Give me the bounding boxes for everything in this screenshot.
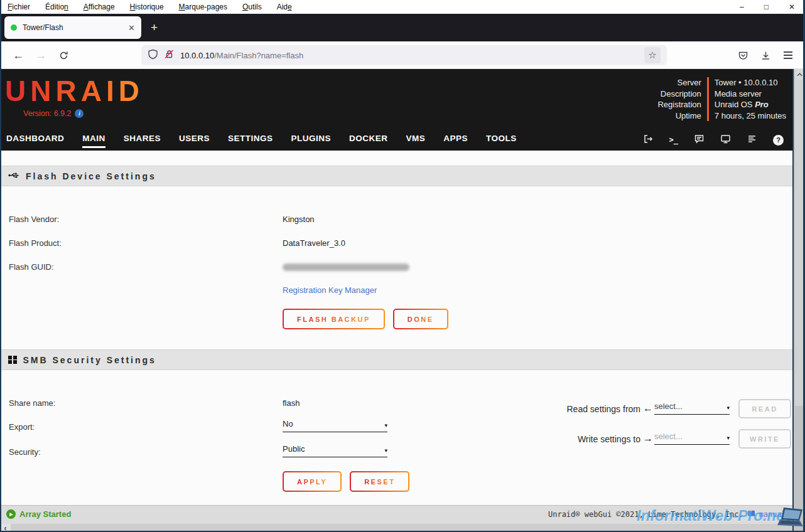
chevron-down-icon: ▾ — [727, 435, 730, 441]
forward-icon[interactable]: → — [31, 41, 50, 69]
array-status: ▶ Array Started — [6, 509, 71, 519]
browser-window: Fichier Édition Affichage Historique Mar… — [0, 0, 805, 532]
version-text: Version: 6.9.2 i — [23, 109, 84, 118]
tab-close-icon[interactable]: ✕ — [128, 23, 135, 33]
server-info-value: 7 hours, 25 minutes — [715, 110, 786, 122]
maximize-button[interactable]: □ — [764, 3, 769, 11]
server-info-value: Tower • 10.0.0.10 — [715, 77, 786, 88]
chevron-down-icon: ▾ — [727, 405, 730, 411]
server-info-label: Registration — [657, 99, 701, 110]
pocket-icon[interactable] — [733, 41, 752, 69]
nav-shares[interactable]: SHARES — [124, 134, 161, 148]
unraid-logo[interactable]: UNRAID — [5, 74, 144, 108]
write-settings-label: Write settings to — [515, 434, 640, 444]
flash-product-label: Flash Product: — [9, 238, 62, 248]
server-info: Server Description Registration Uptime T… — [657, 77, 786, 121]
security-label: Security: — [9, 447, 41, 457]
server-info-label: Description — [657, 88, 701, 100]
flash-section-header: Flash Device Settings — [0, 166, 792, 186]
menu-marque-pages[interactable]: Marque-pages — [179, 3, 227, 11]
help-icon[interactable]: ? — [773, 135, 784, 146]
flash-guid-label: Flash GUID: — [9, 262, 54, 272]
menu-historique[interactable]: Historique — [130, 3, 164, 11]
vertical-scrollbar[interactable] — [792, 69, 803, 532]
security-select[interactable]: Public ▾ — [283, 444, 387, 457]
download-icon[interactable] — [756, 41, 775, 69]
server-info-value: Unraid OS Pro — [715, 99, 786, 110]
main-nav: DASHBOARD MAIN SHARES USERS SETTINGS PLU… — [6, 134, 517, 148]
shield-icon[interactable] — [148, 49, 158, 62]
window-controls: – □ ✕ — [740, 0, 795, 14]
read-button[interactable]: READ — [738, 399, 791, 418]
menu-affichage[interactable]: Affichage — [84, 3, 115, 11]
play-circle-icon: ▶ — [6, 509, 16, 519]
navigation-toolbar: ← → 10.0.0.10/Main/Flash?name=flash ☆ — [0, 41, 805, 69]
back-icon[interactable]: ← — [9, 41, 28, 69]
read-settings-select[interactable]: select... ▾ — [654, 402, 730, 415]
flash-guid-redacted-value — [283, 263, 409, 271]
export-select[interactable]: No ▾ — [283, 419, 387, 432]
flash-buttons: FLASH BACKUP DONE — [283, 309, 448, 329]
nav-plugins[interactable]: PLUGINS — [291, 134, 332, 148]
flash-product-value: DataTraveler_3.0 — [283, 238, 345, 248]
server-info-value: Media server — [715, 88, 786, 100]
registration-key-manager-link[interactable]: Registration Key Manager — [283, 285, 377, 295]
flash-backup-button[interactable]: FLASH BACKUP — [283, 309, 385, 329]
page-content: Flash Device Settings Flash Vendor: King… — [0, 151, 792, 505]
site-favicon — [11, 24, 17, 31]
log-icon[interactable] — [747, 134, 757, 147]
nav-vms[interactable]: VMS — [406, 134, 426, 148]
menu-outils[interactable]: Outils — [242, 3, 262, 11]
window-border-left — [0, 0, 1, 532]
done-button[interactable]: DONE — [393, 309, 448, 329]
usb-icon — [8, 169, 19, 183]
menu-edition[interactable]: Édition — [45, 3, 68, 11]
unraid-header: UNRAID Version: 6.9.2 i Server Descripti… — [0, 69, 792, 151]
section-title: SMB Security Settings — [23, 355, 156, 365]
write-button[interactable]: WRITE — [738, 429, 791, 449]
windows-icon — [8, 356, 17, 364]
hamburger-menu-icon[interactable] — [779, 41, 797, 69]
apply-button[interactable]: APPLY — [283, 471, 342, 492]
reset-button[interactable]: RESET — [350, 471, 409, 492]
nav-tools[interactable]: TOOLS — [486, 134, 517, 148]
minimize-button[interactable]: – — [740, 3, 744, 11]
export-label: Export: — [9, 422, 35, 432]
tab-tower-flash[interactable]: Tower/Flash ✕ — [4, 16, 141, 39]
info-icon[interactable]: i — [75, 109, 84, 118]
insecure-lock-icon[interactable] — [164, 49, 175, 62]
menu-aide[interactable]: Aide — [277, 3, 292, 11]
nav-apps[interactable]: APPS — [443, 134, 468, 148]
write-settings-select[interactable]: select... ▾ — [654, 432, 730, 445]
section-title: Flash Device Settings — [26, 171, 156, 181]
read-settings-label: Read settings from — [515, 404, 640, 414]
nav-settings[interactable]: SETTINGS — [228, 134, 273, 148]
flash-vendor-label: Flash Vendor: — [9, 215, 59, 224]
server-info-label: Uptime — [657, 110, 701, 122]
bookmark-star-icon[interactable]: ☆ — [644, 47, 661, 63]
server-info-label: Server — [657, 77, 701, 88]
share-name-label: Share name: — [9, 398, 55, 408]
new-tab-button[interactable]: + — [151, 21, 158, 35]
close-button[interactable]: ✕ — [789, 3, 795, 11]
nav-dashboard[interactable]: DASHBOARD — [6, 134, 64, 148]
smb-buttons: APPLY RESET — [283, 471, 409, 492]
nav-users[interactable]: USERS — [179, 134, 210, 148]
feedback-icon[interactable] — [694, 134, 705, 147]
menu-fichier[interactable]: Fichier — [8, 3, 30, 11]
chevron-down-icon: ▾ — [384, 447, 387, 454]
header-icons: >_ ? — [643, 134, 784, 146]
flash-vendor-value: Kingston — [283, 215, 315, 224]
url-path: /Main/Flash?name=flash — [214, 51, 303, 60]
laptop-watermark-image — [777, 507, 804, 531]
logout-icon[interactable] — [643, 134, 654, 147]
terminal-icon[interactable]: >_ — [669, 136, 678, 144]
share-name-value: flash — [283, 398, 300, 408]
url-host: 10.0.0.10 — [180, 51, 214, 60]
monitor-icon[interactable] — [720, 134, 731, 147]
nav-docker[interactable]: DOCKER — [349, 134, 388, 148]
url-text: 10.0.0.10/Main/Flash?name=flash — [180, 51, 303, 60]
reload-icon[interactable] — [54, 41, 73, 69]
address-bar[interactable]: 10.0.0.10/Main/Flash?name=flash ☆ — [141, 45, 667, 65]
nav-main[interactable]: MAIN — [82, 134, 105, 148]
